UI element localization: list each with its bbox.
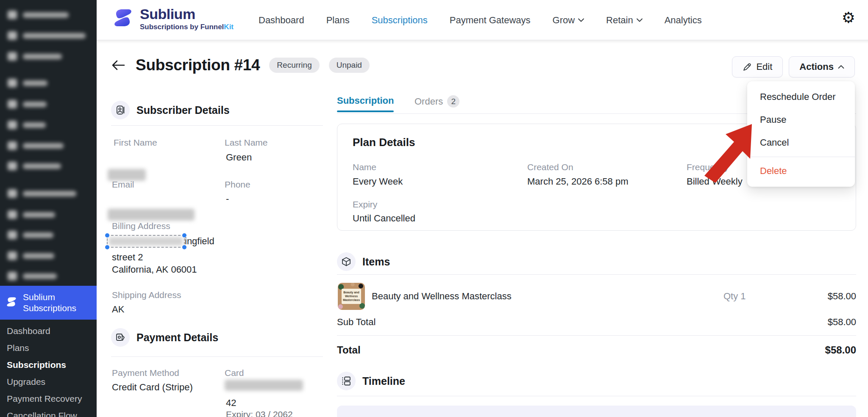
billing-address-label: Billing Address [112,221,170,231]
top-navigation: Dashboard Plans Subscriptions Payment Ga… [259,0,702,40]
brand: Sublium Subscriptions by FunnelKit [111,6,234,31]
pencil-icon [743,62,752,72]
card-line2: 42 [226,398,236,409]
product-thumbnail: Beauty and Wellness Masterclass [338,283,365,310]
payment-method-label: Payment Method [112,368,179,378]
sidebar-redacted-item [8,230,53,240]
timeline-icon [337,372,356,390]
edit-button[interactable]: Edit [732,56,783,77]
nav-retain[interactable]: Retain [606,15,643,26]
billing-line3: California, AK 06001 [112,264,197,275]
sidebar-redacted-item [8,251,54,260]
shipping-address-label: Shipping Address [112,290,181,300]
items-section: Items [337,252,390,271]
card-label: Card [225,368,244,378]
menu-item-delete[interactable]: Delete [747,160,855,182]
nav-analytics[interactable]: Analytics [665,15,702,26]
timeline-section: Timeline [337,372,405,390]
plan-expiry-label: Expiry [353,199,377,210]
subscriber-panel: Subscriber Details First Name Last Name … [111,101,323,417]
tab-subscription[interactable]: Subscription [337,95,394,106]
plan-name-value: Every Week [353,176,403,187]
nav-plans[interactable]: Plans [326,15,350,26]
menu-item-pause[interactable]: Pause [747,108,855,131]
sidebar-item-plans[interactable]: Plans [0,340,97,356]
payment-section-title: Payment Details [136,331,218,344]
items-section-title: Items [362,256,390,268]
payment-icon [111,328,130,347]
subtotal-value: $58.00 [828,317,856,328]
sidebar-item-subscriptions[interactable]: Subscriptions [0,356,97,373]
app-header: Sublium Subscriptions by FunnelKit Dashb… [97,0,868,40]
sidebar-redacted-item [8,52,62,61]
product-name: Beauty and Wellness Masterclass [372,291,512,302]
first-name-redacted-value [108,169,146,181]
shipping-value: AK [112,304,124,315]
table-row: Beauty and Wellness Masterclass Beauty a… [337,283,856,310]
sidebar-item-payment-recovery[interactable]: Payment Recovery [0,390,97,407]
package-icon [337,252,356,271]
brand-tagline: Subscriptions by FunnelKit [140,23,234,31]
last-name-label: Last Name [225,138,268,148]
menu-item-reschedule-order[interactable]: Reschedule Order [747,86,855,108]
plan-details-title: Plan Details [353,136,415,149]
product-qty: Qty 1 [723,291,746,302]
recurring-badge: Recurring [269,58,319,73]
card-expiry: Expiry: 03 / 2062 [226,409,293,417]
plan-created-value: March 25, 2026 6:58 pm [527,176,628,187]
plan-frequency-value: Billed Weekly [687,176,743,187]
sidebar-item-sublium-subscriptions[interactable]: Sublium Subscriptions [0,286,97,320]
menu-divider [747,157,855,157]
sidebar-redacted-item [8,141,64,150]
product-price: $58.00 [828,291,856,302]
sidebar-app-title-line1: Sublium [23,292,76,303]
sidebar-item-upgrades[interactable]: Upgrades [0,373,97,390]
back-arrow-icon[interactable] [111,58,126,72]
chevron-down-icon [578,18,584,22]
actions-button[interactable]: Actions [789,56,855,77]
nav-grow[interactable]: Grow [553,15,584,26]
menu-item-cancel[interactable]: Cancel [747,131,855,154]
payment-method-value: Credit Card (Stripe) [112,382,193,393]
subtotal-label: Sub Total [337,317,376,328]
last-name-value: Green [226,152,252,163]
billing-line2: street 2 [112,252,143,263]
billing-redaction-selection[interactable] [107,235,185,248]
sidebar-redacted-item [8,161,61,171]
subscriber-section-title: Subscriber Details [136,104,230,116]
total-label: Total [337,344,361,356]
sublium-logo-icon [5,295,18,310]
card-redacted-value [225,380,303,391]
page-title: Subscription #14 [136,56,260,74]
sublium-logo-icon [111,6,135,31]
sidebar-item-cancellation-flow[interactable]: Cancellation Flow [0,407,97,417]
sidebar-redacted-item [8,189,76,198]
first-name-label: First Name [114,138,157,148]
phone-value: - [226,193,229,204]
nav-subscriptions[interactable]: Subscriptions [372,15,428,26]
sidebar-redacted-item [8,99,47,109]
nav-dashboard[interactable]: Dashboard [259,15,304,26]
email-label: Email [112,180,134,190]
sidebar-redacted-item [8,120,46,130]
sidebar-redacted-item [8,78,47,88]
subscriber-icon [111,101,130,119]
sidebar-redacted-item [8,31,86,40]
plan-name-label: Name [353,162,376,172]
nav-payment-gateways[interactable]: Payment Gateways [450,15,531,26]
plan-expiry-value: Until Cancelled [353,213,415,224]
total-value: $58.00 [825,344,856,356]
tab-orders[interactable]: Orders 2 [415,95,459,108]
plan-created-label: Created On [527,162,573,172]
chevron-down-icon [637,18,643,22]
sidebar-redacted-item [8,271,57,281]
orders-count-badge: 2 [447,95,459,108]
phone-label: Phone [225,180,250,190]
plan-frequency-label: Frequency [687,162,729,172]
wp-admin-sidebar: Sublium Subscriptions Dashboard Plans Su… [0,0,97,417]
unpaid-badge: Unpaid [329,58,370,73]
sidebar-app-title-line2: Subscriptions [23,303,76,314]
sidebar-item-dashboard[interactable]: Dashboard [0,323,97,340]
gear-icon[interactable]: ⚙ [842,10,855,25]
sidebar-submenu: Dashboard Plans Subscriptions Upgrades P… [0,323,97,417]
